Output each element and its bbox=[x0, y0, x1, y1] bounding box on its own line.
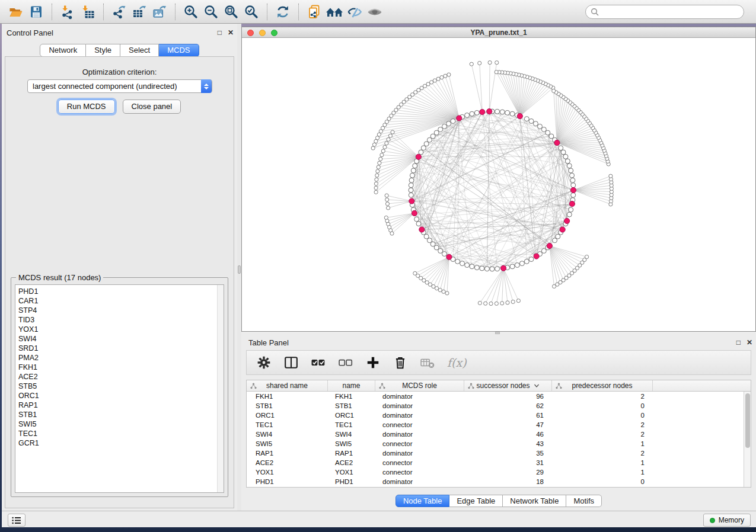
leaf-node[interactable] bbox=[506, 301, 509, 305]
cell-predecessor-nodes[interactable]: 1 bbox=[552, 458, 653, 467]
table-row[interactable]: SWI5SWI5connector431 bbox=[247, 439, 751, 448]
column-header-shared-name[interactable]: shared name bbox=[247, 380, 328, 391]
memory-button[interactable]: Memory bbox=[703, 514, 751, 527]
deselect-all-checkboxes-icon[interactable] bbox=[338, 355, 353, 370]
ring-node[interactable] bbox=[495, 267, 500, 271]
table-row[interactable]: YOX1YOX1connector291 bbox=[247, 467, 751, 477]
zoom-window-traffic-icon[interactable] bbox=[271, 30, 277, 36]
ring-node[interactable] bbox=[411, 168, 416, 173]
ring-node[interactable] bbox=[474, 265, 479, 270]
scrollbar-thumb[interactable] bbox=[745, 393, 750, 448]
cell-predecessor-nodes[interactable]: 2 bbox=[552, 430, 653, 439]
cell-shared-name[interactable]: SWI4 bbox=[247, 430, 328, 439]
splitter-handle[interactable] bbox=[238, 265, 241, 274]
ring-node[interactable] bbox=[427, 238, 432, 243]
close-panel-button[interactable]: Close panel bbox=[123, 100, 181, 114]
cell-successor-nodes[interactable]: 29 bbox=[464, 467, 552, 477]
ring-node[interactable] bbox=[524, 259, 529, 264]
mcds-hub-node[interactable] bbox=[457, 116, 462, 121]
ring-node[interactable] bbox=[533, 121, 538, 126]
leaf-node[interactable] bbox=[385, 202, 389, 206]
delete-table-icon[interactable] bbox=[420, 355, 435, 370]
tab-node-table[interactable]: Node Table bbox=[395, 495, 450, 507]
ring-node[interactable] bbox=[556, 234, 560, 239]
cell-successor-nodes[interactable]: 35 bbox=[464, 448, 552, 458]
cell-successor-nodes[interactable]: 18 bbox=[464, 477, 552, 486]
ring-node[interactable] bbox=[409, 183, 413, 188]
leaf-node[interactable] bbox=[376, 169, 379, 173]
cell-mcds-role[interactable]: dominator bbox=[375, 411, 464, 420]
leaf-node[interactable] bbox=[470, 62, 473, 66]
mcds-hub-node[interactable] bbox=[517, 113, 522, 118]
zoom-in-icon[interactable] bbox=[181, 2, 201, 21]
leaf-node[interactable] bbox=[435, 287, 438, 290]
cell-shared-name[interactable]: PHD1 bbox=[247, 477, 328, 486]
ring-node[interactable] bbox=[414, 217, 419, 222]
cell-predecessor-nodes[interactable]: 2 bbox=[552, 448, 653, 458]
tab-mcds[interactable]: MCDS bbox=[159, 44, 199, 57]
mcds-hub-node[interactable] bbox=[500, 265, 506, 271]
cell-mcds-role[interactable]: dominator bbox=[375, 448, 464, 458]
ring-node[interactable] bbox=[430, 134, 435, 139]
ring-node[interactable] bbox=[515, 262, 519, 267]
table-row[interactable]: ORC1ORC1dominator610 bbox=[247, 411, 751, 420]
ring-node[interactable] bbox=[570, 173, 575, 178]
leaf-node[interactable] bbox=[371, 146, 375, 150]
leaf-node[interactable] bbox=[374, 190, 378, 194]
ring-node[interactable] bbox=[484, 267, 489, 271]
cell-shared-name[interactable]: ORC1 bbox=[247, 411, 328, 420]
leaf-node[interactable] bbox=[391, 130, 394, 134]
cell-shared-name[interactable]: SWI5 bbox=[247, 439, 328, 448]
ring-node[interactable] bbox=[438, 248, 443, 253]
mcds-hub-node[interactable] bbox=[419, 227, 425, 232]
cell-successor-nodes[interactable]: 43 bbox=[464, 439, 552, 448]
mcds-result-item[interactable]: PHD1 bbox=[18, 287, 224, 296]
mcds-hub-node[interactable] bbox=[569, 201, 575, 206]
export-table-icon[interactable] bbox=[129, 2, 149, 21]
mcds-result-item[interactable]: CAR1 bbox=[18, 296, 224, 306]
table-row[interactable]: SWI4SWI4dominator462 bbox=[247, 430, 751, 439]
table-row[interactable]: TEC1TEC1connector472 bbox=[247, 420, 751, 430]
vertical-splitter[interactable] bbox=[237, 24, 241, 511]
table-row[interactable]: FKH1FKH1dominator962 bbox=[247, 392, 751, 401]
leaf-node[interactable] bbox=[375, 178, 378, 181]
cell-shared-name[interactable]: ACE2 bbox=[247, 458, 328, 467]
ring-node[interactable] bbox=[421, 146, 426, 150]
optimization-criterion-select[interactable]: largest connected component (undirected) bbox=[27, 79, 212, 93]
splitter-handle[interactable] bbox=[495, 332, 500, 334]
table-row[interactable]: PHD1PHD1dominator180 bbox=[247, 477, 751, 486]
close-window-traffic-icon[interactable] bbox=[247, 30, 254, 36]
ring-node[interactable] bbox=[438, 127, 443, 132]
ring-node[interactable] bbox=[427, 137, 432, 142]
mcds-hub-node[interactable] bbox=[534, 254, 539, 259]
mcds-list-scrollbar[interactable] bbox=[217, 285, 224, 492]
leaf-node[interactable] bbox=[374, 182, 378, 185]
function-builder-icon[interactable]: f(x) bbox=[447, 355, 467, 370]
cell-name[interactable]: FKH1 bbox=[328, 392, 375, 401]
close-panel-icon[interactable]: ✕ bbox=[228, 27, 234, 37]
cell-name[interactable]: ORC1 bbox=[328, 411, 375, 420]
ring-node[interactable] bbox=[442, 252, 446, 257]
float-panel-icon[interactable]: □ bbox=[218, 27, 222, 37]
network-window-titlebar[interactable]: YPA_prune.txt_1 bbox=[242, 27, 755, 38]
leaf-node[interactable] bbox=[378, 161, 381, 165]
ring-node[interactable] bbox=[541, 248, 546, 253]
mcds-result-item[interactable]: SRD1 bbox=[18, 344, 224, 353]
ring-node[interactable] bbox=[563, 154, 568, 159]
ring-node[interactable] bbox=[569, 168, 573, 173]
ring-node[interactable] bbox=[549, 134, 554, 139]
minimize-window-traffic-icon[interactable] bbox=[259, 30, 266, 36]
ring-node[interactable] bbox=[538, 124, 543, 129]
cell-shared-name[interactable]: FKH1 bbox=[247, 392, 328, 401]
leaf-node[interactable] bbox=[372, 143, 376, 146]
ring-node[interactable] bbox=[410, 173, 414, 178]
cell-predecessor-nodes[interactable]: 2 bbox=[552, 420, 653, 430]
cell-shared-name[interactable]: TEC1 bbox=[247, 420, 328, 430]
columns-icon[interactable] bbox=[283, 355, 299, 370]
leaf-node[interactable] bbox=[488, 60, 492, 64]
cell-mcds-role[interactable]: dominator bbox=[375, 477, 464, 486]
mcds-result-item[interactable]: ACE2 bbox=[18, 372, 224, 382]
mcds-result-item[interactable]: YOX1 bbox=[18, 325, 224, 334]
cell-mcds-role[interactable]: dominator bbox=[375, 430, 464, 439]
cell-successor-nodes[interactable]: 61 bbox=[464, 411, 552, 420]
